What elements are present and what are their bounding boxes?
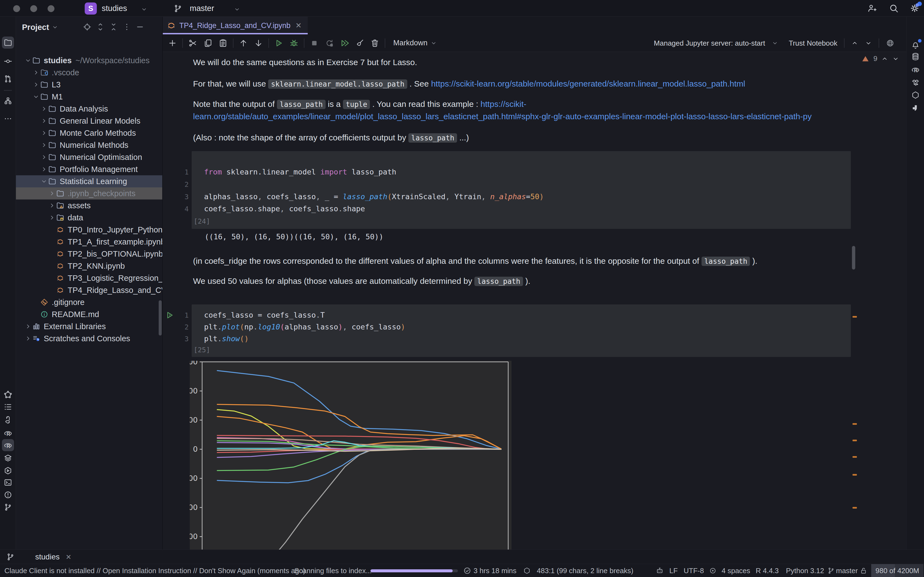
code-line[interactable]: plt.plot(np.log10(alphas_lasso), coefs_l… — [204, 322, 405, 331]
run-cell-gutter-icon[interactable] — [165, 311, 174, 320]
code-cell-1[interactable] — [192, 151, 851, 229]
python-interpreter[interactable]: Python 3.12 — [786, 564, 824, 577]
tree-item-monte-carlo-methods[interactable]: Monte Carlo Methods — [16, 127, 163, 139]
session-time[interactable]: 3 hrs 18 mins — [473, 564, 517, 577]
tree-item-tp0-intro-jupyter-python-ip[interactable]: TP0_Intro_Jupyter_Python.ip — [16, 224, 163, 236]
tree-item-scratches-and-consoles[interactable]: Scratches and Consoles — [16, 332, 163, 345]
copy-cell-button[interactable] — [203, 38, 213, 48]
tree-item-tp4-ridge-lasso-and-cv-ip[interactable]: TP4_Ridge_Lasso_and_CV.ip — [16, 284, 163, 296]
window-minimize-button[interactable] — [30, 5, 37, 12]
collapse-all-icon[interactable] — [109, 23, 118, 32]
add-user-icon[interactable] — [867, 3, 877, 13]
memory-indicator[interactable]: 980 of 4200M — [871, 564, 924, 577]
window-close-button[interactable] — [13, 5, 20, 12]
chevron-right-icon[interactable] — [48, 202, 55, 209]
tree-item-numerical-methods[interactable]: Numerical Methods — [16, 139, 163, 151]
chevron-down-icon[interactable] — [24, 57, 32, 64]
clear-outputs-button[interactable] — [354, 38, 365, 48]
tree-item-portfolio-management[interactable]: Portfolio Management — [16, 163, 163, 175]
r-graphics-tool-icon[interactable]: R — [909, 63, 922, 76]
project-scrollbar[interactable] — [159, 300, 162, 335]
layers-tool-icon[interactable] — [2, 452, 14, 464]
code-line[interactable]: from sklearn.linear_model import lasso_p… — [204, 168, 396, 176]
ai-assistant-tool-icon[interactable] — [909, 76, 922, 88]
chevron-right-icon[interactable] — [40, 105, 48, 112]
git-branch-widget[interactable] — [827, 564, 835, 577]
chevron-right-icon[interactable] — [24, 323, 32, 330]
jupyter-server-selector[interactable]: Managed Jupyter server: auto-start — [654, 39, 765, 48]
tree-item--ipynb-checkpoints[interactable]: .ipynb_checkpoints — [16, 187, 163, 200]
terminal-tool-icon[interactable] — [2, 476, 14, 488]
debug-cell-button[interactable] — [289, 38, 299, 48]
cut-cell-button[interactable] — [187, 38, 198, 48]
indent-setting[interactable]: 4 spaces — [722, 564, 750, 577]
tree-item-m1[interactable]: M1 — [16, 91, 163, 103]
warning-stripe-mark[interactable] — [853, 474, 857, 475]
code-line[interactable]: coefs_lasso = coefs_lasso.T — [204, 311, 325, 319]
chevron-right-icon[interactable] — [32, 81, 40, 88]
move-cell-down-button[interactable] — [253, 38, 264, 48]
tree-item--vscode[interactable]: .vscode — [16, 66, 163, 79]
chevron-right-icon[interactable] — [40, 166, 48, 173]
notifications-icon[interactable] — [909, 40, 922, 52]
tree-item-tp3-logistic-regression-ar[interactable]: TP3_Logistic_Regression_ar — [16, 272, 163, 284]
chevron-right-icon[interactable] — [40, 153, 48, 161]
chevron-right-icon[interactable] — [40, 129, 48, 137]
warning-stripe-mark[interactable] — [853, 423, 857, 425]
chevron-right-icon[interactable] — [48, 190, 55, 197]
tree-item-general-linear-models[interactable]: General Linear Models — [16, 115, 163, 127]
caret-position[interactable]: 483:1 (99 chars, 2 line breaks) — [537, 564, 633, 577]
session-check-icon[interactable] — [463, 564, 471, 577]
run-all-cells-button[interactable] — [339, 38, 350, 48]
run-cell-button[interactable] — [274, 38, 284, 48]
r-interpreter[interactable]: R 4.4.3 — [756, 564, 779, 577]
dependencies-check-icon[interactable] — [909, 89, 922, 101]
chevron-right-icon[interactable] — [32, 69, 40, 76]
tree-item-statistical-learning[interactable]: Statistical Learning — [16, 175, 163, 187]
settings-icon[interactable] — [910, 3, 919, 13]
lock-icon[interactable] — [859, 564, 867, 577]
tree-item-studies[interactable]: studies~/Workspace/studies — [16, 55, 163, 66]
tree-item-readme-md[interactable]: README.md — [16, 308, 163, 321]
window-zoom-button[interactable] — [48, 5, 55, 12]
warning-stripe-mark[interactable] — [853, 316, 857, 318]
tab-notebook[interactable]: TP4_Ridge_Lasso_and_CV.ipynb ✕ — [163, 17, 308, 34]
project-switcher[interactable]: studies — [102, 0, 127, 16]
chevron-down-icon[interactable] — [40, 178, 48, 185]
chevron-right-icon[interactable] — [48, 214, 55, 221]
status-message[interactable]: Claude Client is not installed // Open I… — [5, 564, 305, 577]
inspections-widget[interactable]: 9 — [861, 55, 899, 63]
markdown-link[interactable]: https://scikit-learn.org/stable/modules/… — [431, 79, 745, 88]
python-console-icon[interactable] — [2, 414, 14, 426]
kernel-status-icon[interactable] — [523, 564, 531, 577]
ai-client-icon[interactable] — [656, 564, 664, 577]
search-icon[interactable] — [889, 3, 899, 13]
plugins-tool-icon[interactable] — [909, 102, 922, 114]
chevron-right-icon[interactable] — [24, 335, 32, 342]
paste-cell-button[interactable] — [218, 38, 228, 48]
open-in-browser-icon[interactable] — [886, 39, 895, 48]
panel-options-icon[interactable] — [123, 23, 132, 32]
tree-item-tp2-bis-optional-ipynb[interactable]: TP2_bis_OPTIONAL.ipynb — [16, 248, 163, 260]
tree-item-external-libraries[interactable]: External Libraries — [16, 321, 163, 332]
stop-kernel-button[interactable] — [309, 38, 320, 48]
tree-item-numerical-optimisation[interactable]: Numerical Optimisation — [16, 151, 163, 163]
r-tools-icon[interactable]: R — [2, 439, 14, 451]
dependencies-tool-icon[interactable] — [2, 389, 14, 401]
database-tool-icon[interactable] — [909, 50, 922, 63]
code-line[interactable]: plt.show() — [204, 334, 249, 343]
project-panel-title[interactable]: Project — [22, 17, 58, 38]
git-tool-icon[interactable] — [2, 501, 14, 513]
tree-item-data-analysis[interactable]: Data Analysis — [16, 103, 163, 115]
problems-tool-icon[interactable] — [2, 489, 14, 501]
navigate-next-cell-icon[interactable] — [865, 40, 872, 47]
structure-tool-icon[interactable] — [2, 95, 14, 107]
more-tools-icon[interactable] — [2, 113, 14, 125]
git-tab[interactable]: studies ✕ — [35, 550, 71, 564]
move-cell-up-button[interactable] — [238, 38, 249, 48]
tree-item-assets[interactable]: assets — [16, 200, 163, 211]
tab-close-icon[interactable]: ✕ — [296, 21, 302, 30]
locate-file-icon[interactable] — [83, 23, 92, 32]
code-line[interactable]: alphas_lasso, coefs_lasso, _ = lasso_pat… — [204, 192, 544, 201]
chevron-down-icon[interactable] — [32, 93, 40, 100]
